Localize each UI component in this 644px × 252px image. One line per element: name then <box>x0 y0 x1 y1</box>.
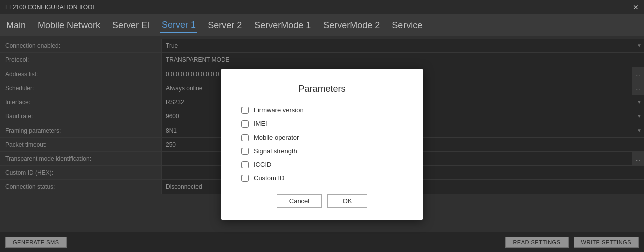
title-bar: EL2100 CONFIGURATION TOOL ✕ <box>0 0 644 14</box>
nav-item-server-el[interactable]: Server El <box>111 18 150 33</box>
checkbox-cb-customid[interactable] <box>242 175 249 182</box>
nav-item-servermode-1[interactable]: ServerMode 1 <box>253 18 312 33</box>
nav-item-server-2[interactable]: Server 2 <box>207 18 243 33</box>
checkbox-label-cb-imei[interactable]: IMEI <box>254 120 267 128</box>
checkbox-list: Firmware versionIMEIMobile operatorSigna… <box>242 106 403 182</box>
checkbox-label-cb-customid[interactable]: Custom ID <box>254 174 284 182</box>
checkbox-cb-mobile[interactable] <box>242 134 249 141</box>
nav-item-mobile-network[interactable]: Mobile Network <box>37 18 101 33</box>
nav-item-server-1[interactable]: Server 1 <box>160 18 197 33</box>
nav-item-service[interactable]: Service <box>391 18 423 33</box>
checkbox-row-cb-imei: IMEI <box>242 120 403 128</box>
checkbox-row-cb-firmware: Firmware version <box>242 106 403 114</box>
close-button[interactable]: ✕ <box>633 3 639 11</box>
checkbox-cb-signal[interactable] <box>242 148 249 155</box>
checkbox-cb-iccid[interactable] <box>242 161 249 168</box>
app-title: EL2100 CONFIGURATION TOOL <box>5 4 96 11</box>
cancel-button[interactable]: Cancel <box>277 194 322 208</box>
checkbox-label-cb-firmware[interactable]: Firmware version <box>254 106 304 114</box>
modal-overlay: Parameters Firmware versionIMEIMobile op… <box>0 36 644 252</box>
modal-title: Parameters <box>242 84 403 94</box>
nav-bar: MainMobile NetworkServer ElServer 1Serve… <box>0 14 644 36</box>
nav-item-main[interactable]: Main <box>5 18 27 33</box>
checkbox-cb-firmware[interactable] <box>242 107 249 114</box>
checkbox-label-cb-iccid[interactable]: ICCID <box>254 161 271 168</box>
checkbox-row-cb-customid: Custom ID <box>242 174 403 182</box>
ok-button[interactable]: OK <box>327 194 367 208</box>
checkbox-label-cb-mobile[interactable]: Mobile operator <box>254 134 299 141</box>
checkbox-row-cb-mobile: Mobile operator <box>242 134 403 141</box>
checkbox-label-cb-signal[interactable]: Signal strength <box>254 147 297 155</box>
nav-item-servermode-2[interactable]: ServerMode 2 <box>322 18 381 33</box>
modal-buttons: Cancel OK <box>242 194 403 208</box>
main-content: Connection enabled:True▼Protocol:TRANSPA… <box>0 36 644 252</box>
parameters-modal: Parameters Firmware versionIMEIMobile op… <box>221 69 423 220</box>
checkbox-row-cb-signal: Signal strength <box>242 147 403 155</box>
checkbox-cb-imei[interactable] <box>242 120 249 128</box>
checkbox-row-cb-iccid: ICCID <box>242 161 403 168</box>
